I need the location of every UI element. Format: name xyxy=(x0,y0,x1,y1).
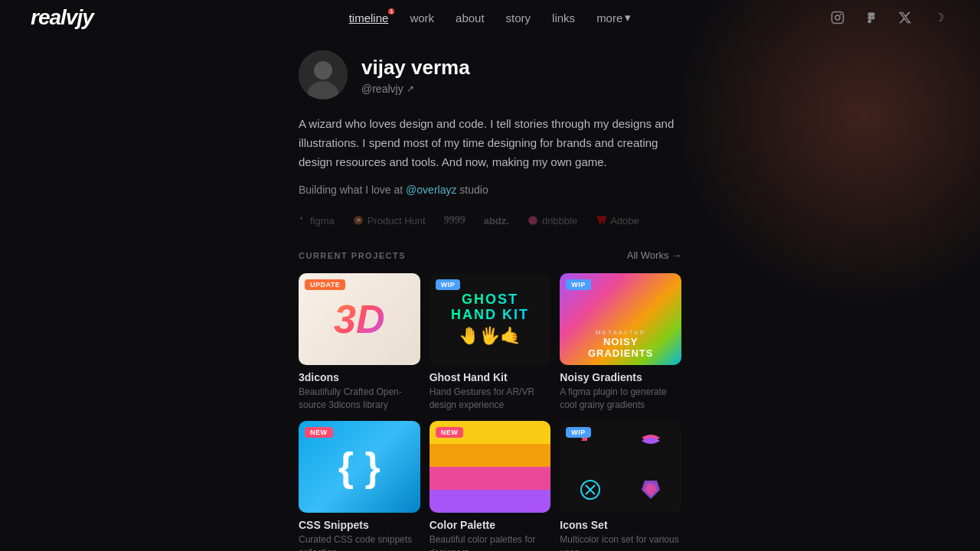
project-card-palette[interactable]: NEW Color Palette Beautiful color palett… xyxy=(430,421,551,551)
chevron-down-icon: ▾ xyxy=(625,11,631,24)
project-name-icons: Icons Set xyxy=(560,519,681,531)
nav-link-timeline[interactable]: timeline 1 xyxy=(349,11,389,24)
nav-links: timeline 1 work about story links more ▾ xyxy=(349,11,632,24)
nav-more-dropdown[interactable]: more ▾ xyxy=(596,11,631,24)
project-desc-noisy: A figma plugin to generate cool grainy g… xyxy=(560,386,681,412)
svg-point-7 xyxy=(528,216,537,225)
project-card-ghost[interactable]: WIP GHOSTHAND KIT 🤚🖐🤙 Ghost Hand Kit Han… xyxy=(430,273,551,412)
badge-wip-noisy: WIP xyxy=(566,279,591,290)
project-thumb-icons: WIP xyxy=(560,421,681,513)
brand-producthunt: Product Hunt xyxy=(353,215,426,227)
projects-section: CURRENT PROJECTS All Works → UPDATE 3D 3… xyxy=(299,249,681,551)
external-link-icon: ↗ xyxy=(407,83,414,94)
figma-icon[interactable] xyxy=(861,7,882,28)
profile-name: vijay verma xyxy=(361,56,470,80)
projects-grid: UPDATE 3D 3dicons Beautifully Crafted Op… xyxy=(299,273,681,551)
svg-rect-0 xyxy=(832,12,844,24)
nav-link-work[interactable]: work xyxy=(410,11,434,24)
dark-mode-icon[interactable]: ☽ xyxy=(928,7,949,28)
logo[interactable]: realvjy xyxy=(31,5,93,30)
project-card-css[interactable]: NEW { } CSS Snippets Curated CSS code sn… xyxy=(299,421,420,551)
brand-figma: figma xyxy=(299,215,335,227)
project-name-css: CSS Snippets xyxy=(299,519,420,531)
brands-section: figma Product Hunt 9999 abdz. dribbble A… xyxy=(299,214,681,227)
projects-header: CURRENT PROJECTS All Works → xyxy=(299,249,681,261)
brand-9999: 9999 xyxy=(444,214,466,227)
project-thumb-noisy: WIP METAAVTAR NOISYGRADIENTS xyxy=(560,273,681,365)
svg-point-2 xyxy=(841,15,841,15)
all-works-link[interactable]: All Works → xyxy=(627,249,681,261)
project-desc-ghost: Hand Gestures for AR/VR design experienc… xyxy=(430,386,551,412)
navbar: realvjy timeline 1 work about story link… xyxy=(0,0,980,35)
profile-section: vijay verma @realvjy ↗ A wizard who love… xyxy=(299,51,681,196)
project-thumb-palette: NEW xyxy=(430,421,551,513)
nav-link-story[interactable]: story xyxy=(506,11,531,24)
badge-update: UPDATE xyxy=(305,279,345,290)
badge-new-css: NEW xyxy=(305,427,333,438)
notification-badge: 1 xyxy=(388,8,394,15)
project-card-noisy[interactable]: WIP METAAVTAR NOISYGRADIENTS Noisy Gradi… xyxy=(560,273,681,412)
instagram-icon[interactable] xyxy=(827,7,848,28)
project-name-noisy: Noisy Gradients xyxy=(560,371,681,383)
profile-info: vijay verma @realvjy ↗ xyxy=(361,56,470,95)
brand-abdz: abdz. xyxy=(484,215,509,227)
avatar xyxy=(299,51,348,99)
project-card-3dicons[interactable]: UPDATE 3D 3dicons Beautifully Crafted Op… xyxy=(299,273,420,412)
profile-bio: A wizard who loves design and code. I te… xyxy=(299,115,681,171)
nav-icon-group: ☽ xyxy=(827,7,949,28)
project-card-icons[interactable]: WIP xyxy=(560,421,681,551)
badge-new-palette: NEW xyxy=(436,427,464,438)
project-name-ghost: Ghost Hand Kit xyxy=(430,371,551,383)
overlayz-link[interactable]: @overlayz xyxy=(406,184,456,196)
profile-building: Building what I love at @overlayz studio xyxy=(299,184,681,196)
nav-link-links[interactable]: links xyxy=(552,11,575,24)
project-desc-3dicons: Beautifully Crafted Open-source 3dicons … xyxy=(299,386,420,412)
projects-title: CURRENT PROJECTS xyxy=(299,251,406,260)
project-thumb-ghost: WIP GHOSTHAND KIT 🤚🖐🤙 xyxy=(430,273,551,365)
main-content: vijay verma @realvjy ↗ A wizard who love… xyxy=(0,35,980,551)
project-desc-css: Curated CSS code snippets collection xyxy=(299,533,420,551)
brand-dribbble: dribbble xyxy=(528,215,577,227)
project-desc-icons: Multicolor icon set for various uses xyxy=(560,533,681,551)
svg-point-1 xyxy=(835,15,840,20)
profile-handle: @realvjy ↗ xyxy=(361,83,470,95)
twitter-icon[interactable] xyxy=(894,7,916,28)
badge-wip-ghost: WIP xyxy=(436,279,461,290)
project-name-palette: Color Palette xyxy=(430,519,551,531)
brand-adobe: Adobe xyxy=(596,215,639,227)
project-desc-palette: Beautiful color palettes for designers xyxy=(430,533,551,551)
logo-text: realvjy xyxy=(31,5,93,29)
project-name-3dicons: 3dicons xyxy=(299,371,420,383)
avatar-image xyxy=(299,51,348,99)
project-thumb-3dicons: UPDATE 3D xyxy=(299,273,420,365)
nav-link-about[interactable]: about xyxy=(456,11,485,24)
svg-point-4 xyxy=(314,61,332,80)
project-thumb-css: NEW { } xyxy=(299,421,420,513)
badge-wip-icons: WIP xyxy=(566,427,591,438)
profile-header: vijay verma @realvjy ↗ xyxy=(299,51,681,99)
